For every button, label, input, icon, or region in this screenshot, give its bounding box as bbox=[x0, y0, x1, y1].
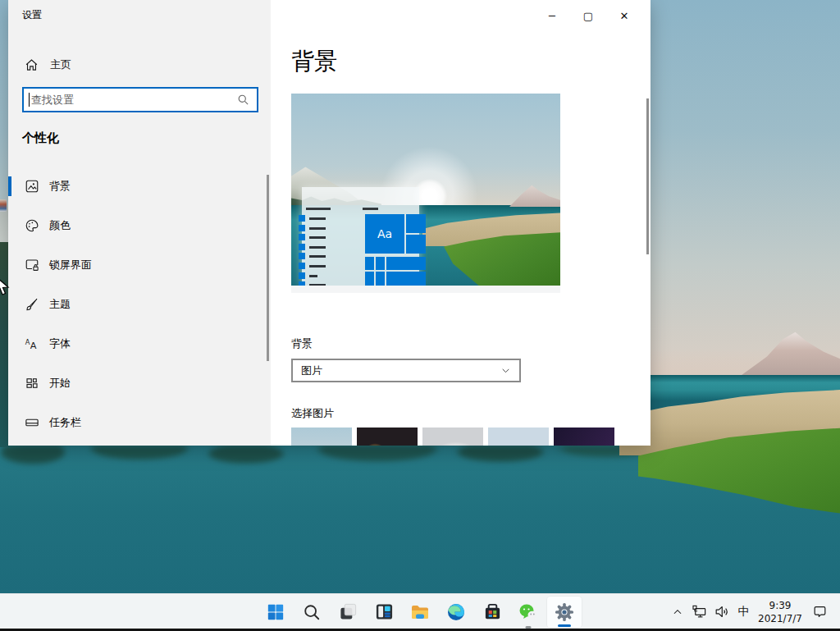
settings-content: ─ ▢ ✕ 背景 bbox=[271, 0, 651, 446]
file-explorer-button[interactable] bbox=[402, 596, 438, 629]
edge-button[interactable] bbox=[438, 596, 474, 629]
notification-bubble-icon bbox=[812, 604, 828, 620]
store-button[interactable] bbox=[474, 596, 510, 629]
background-preview: Aa bbox=[291, 94, 560, 286]
thumbnail-bloom-light-sky[interactable] bbox=[291, 428, 352, 446]
search-icon bbox=[303, 603, 321, 621]
sidebar-item-start[interactable]: 开始 bbox=[8, 364, 271, 403]
windows-start-icon bbox=[267, 603, 285, 621]
sidebar-item-label: 开始 bbox=[49, 376, 71, 391]
sidebar-item-fonts[interactable]: A A 字体 bbox=[8, 324, 271, 364]
speaker-icon bbox=[714, 604, 729, 620]
minimize-button[interactable]: ─ bbox=[534, 7, 570, 25]
file-explorer-icon bbox=[410, 602, 430, 622]
search-icon[interactable] bbox=[237, 94, 249, 106]
thumbnail-bloom-white[interactable] bbox=[422, 428, 483, 446]
network-ethernet-icon bbox=[692, 604, 707, 620]
background-type-dropdown[interactable]: 图片 bbox=[291, 359, 521, 382]
desktop-icon-fragment[interactable] bbox=[0, 199, 7, 212]
sidebar-item-label: 锁屏界面 bbox=[49, 258, 92, 272]
clock-time: 9:39 bbox=[755, 599, 806, 612]
mock-heading-dash bbox=[363, 208, 378, 210]
mock-tile-aa: Aa bbox=[365, 214, 404, 254]
home-icon bbox=[25, 58, 39, 72]
task-view-button[interactable] bbox=[330, 596, 366, 629]
mouse-cursor bbox=[0, 276, 11, 297]
widgets-button[interactable] bbox=[366, 596, 402, 629]
store-icon bbox=[483, 602, 502, 621]
sidebar-item-label: 颜色 bbox=[49, 218, 71, 233]
choose-picture-label: 选择图片 bbox=[291, 406, 334, 421]
preview-start-menu-mock: Aa bbox=[302, 187, 419, 286]
ime-indicator[interactable]: 中 bbox=[733, 597, 755, 627]
dropdown-value: 图片 bbox=[301, 364, 500, 378]
wallpaper-tree-reflections bbox=[0, 446, 705, 488]
widgets-icon bbox=[375, 602, 394, 621]
search-placeholder: 查找设置 bbox=[31, 93, 237, 107]
settings-button[interactable] bbox=[546, 596, 582, 629]
brush-icon bbox=[25, 297, 39, 312]
sidebar-item-home[interactable]: 主页 bbox=[8, 50, 271, 80]
picture-thumbnails bbox=[291, 428, 614, 446]
thumbnail-bloom-dark-flower[interactable] bbox=[357, 428, 418, 446]
taskbar: 中 9:39 2021/7/7 bbox=[0, 593, 840, 631]
wechat-running-indicator bbox=[526, 626, 532, 629]
fonts-icon: A A bbox=[25, 336, 39, 351]
notification-center-button[interactable] bbox=[806, 597, 833, 627]
system-tray: 中 9:39 2021/7/7 bbox=[666, 594, 833, 629]
clock-date: 2021/7/7 bbox=[755, 612, 806, 625]
chevron-down-icon bbox=[500, 365, 511, 376]
sidebar-item-background[interactable]: 背景 bbox=[8, 167, 271, 206]
volume-button[interactable] bbox=[710, 597, 733, 627]
home-label: 主页 bbox=[50, 57, 71, 72]
sidebar-item-taskbar[interactable]: 任务栏 bbox=[8, 403, 271, 442]
palette-icon bbox=[25, 218, 39, 233]
settings-sidebar: 设置 主页 查找设置 个性化 bbox=[8, 0, 271, 446]
desktop-screen: 设置 主页 查找设置 个性化 bbox=[0, 0, 840, 631]
sidebar-item-label: 主题 bbox=[49, 297, 71, 312]
sidebar-scrollbar[interactable] bbox=[267, 175, 269, 361]
taskbar-rect-icon bbox=[25, 415, 39, 430]
window-controls: ─ ▢ ✕ bbox=[534, 7, 642, 25]
sidebar-item-colors[interactable]: 颜色 bbox=[8, 206, 271, 245]
preview-taskbar-strip bbox=[291, 286, 560, 293]
sidebar-item-lock-screen[interactable]: 锁屏界面 bbox=[8, 245, 271, 285]
text-caret bbox=[29, 93, 30, 107]
sidebar-item-label: 字体 bbox=[49, 336, 71, 351]
network-button[interactable] bbox=[688, 597, 710, 627]
window-title: 设置 bbox=[22, 8, 42, 22]
section-header: 个性化 bbox=[22, 130, 59, 146]
svg-text:A: A bbox=[30, 341, 37, 351]
hidden-icons-button[interactable] bbox=[666, 597, 688, 627]
sidebar-item-label: 背景 bbox=[49, 179, 71, 194]
taskbar-clock[interactable]: 9:39 2021/7/7 bbox=[755, 599, 806, 625]
thumbnail-bloom-blue[interactable] bbox=[488, 428, 549, 446]
search-settings-input[interactable]: 查找设置 bbox=[22, 87, 258, 112]
sidebar-item-label: 任务栏 bbox=[49, 415, 81, 430]
wechat-icon bbox=[518, 602, 538, 622]
thumbnail-bloom-purple-dark[interactable] bbox=[554, 428, 614, 446]
task-view-icon bbox=[339, 602, 358, 621]
wechat-button[interactable] bbox=[510, 596, 546, 629]
lock-screen-icon bbox=[25, 258, 39, 272]
svg-text:A: A bbox=[25, 338, 30, 346]
edge-icon bbox=[446, 602, 466, 622]
background-field-label: 背景 bbox=[291, 336, 313, 351]
start-button[interactable] bbox=[258, 596, 294, 629]
selected-indicator bbox=[8, 176, 11, 196]
sidebar-nav: 背景 颜色 锁屏界面 bbox=[8, 167, 271, 442]
maximize-button[interactable]: ▢ bbox=[570, 7, 606, 25]
preview-right-mountain bbox=[509, 181, 560, 207]
taskbar-center-icons bbox=[258, 594, 582, 629]
content-scrollbar[interactable] bbox=[646, 98, 649, 254]
chevron-up-icon bbox=[672, 606, 683, 618]
image-icon bbox=[25, 179, 39, 194]
close-button[interactable]: ✕ bbox=[606, 7, 642, 25]
start-layout-icon bbox=[25, 376, 39, 391]
settings-window: 设置 主页 查找设置 个性化 bbox=[8, 0, 651, 446]
sidebar-item-themes[interactable]: 主题 bbox=[8, 285, 271, 324]
settings-active-indicator bbox=[558, 624, 571, 627]
page-title: 背景 bbox=[291, 46, 337, 77]
search-button[interactable] bbox=[294, 596, 330, 629]
mock-heading-dash bbox=[306, 208, 331, 210]
